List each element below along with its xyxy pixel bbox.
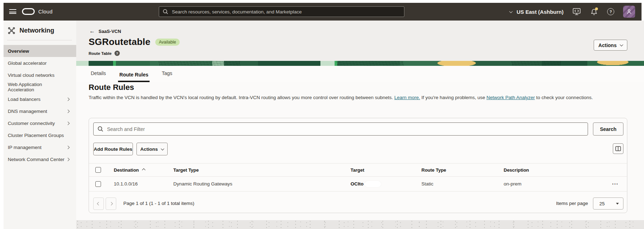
columns-icon bbox=[615, 146, 621, 151]
chevron-right-icon bbox=[66, 121, 70, 125]
table-header-row: Destination Target Type Target Route Typ… bbox=[89, 163, 627, 177]
networking-icon bbox=[8, 27, 15, 34]
bottom-blurred-region bbox=[76, 220, 644, 229]
tab-details[interactable]: Details bbox=[89, 70, 107, 82]
region-selector[interactable]: US East (Ashburn) bbox=[510, 9, 564, 15]
sidebar-item-label: Network Command Center bbox=[8, 157, 65, 162]
column-label: Route Type bbox=[421, 167, 446, 173]
chevron-right-icon bbox=[66, 145, 70, 149]
sidebar-item-virtual-cloud-networks[interactable]: Virtual cloud networks bbox=[4, 69, 76, 81]
route-rules-card: Search Add Route Rules Actions Destinati… bbox=[89, 118, 627, 213]
chevron-right-icon bbox=[66, 97, 70, 101]
cell-target: OCIto bbox=[351, 177, 381, 191]
global-search-input[interactable] bbox=[159, 6, 404, 17]
learn-more-link[interactable]: Learn more. bbox=[394, 95, 420, 100]
tab-tags[interactable]: Tags bbox=[160, 70, 174, 82]
oracle-logo-icon[interactable] bbox=[22, 8, 35, 15]
help-icon[interactable]: ? bbox=[607, 8, 614, 15]
sidebar-item-label: Global accelerator bbox=[8, 61, 47, 66]
sidebar-item-customer-connectivity[interactable]: Customer connectivity bbox=[4, 117, 76, 129]
column-header-target: Target bbox=[351, 164, 364, 176]
search-icon bbox=[163, 9, 168, 16]
page-actions-label: Actions bbox=[598, 42, 616, 48]
tab-label: Route Rules bbox=[119, 72, 149, 78]
sidebar-item-load-balancers[interactable]: Load balancers bbox=[4, 93, 76, 105]
caret-down-icon bbox=[616, 203, 619, 205]
sidebar-item-web-application-acceleration[interactable]: Web Application Acceleration bbox=[4, 81, 76, 93]
sidebar-item-network-command-center[interactable]: Network Command Center bbox=[4, 153, 76, 165]
sidebar-item-label: Customer connectivity bbox=[8, 121, 55, 126]
breadcrumb[interactable]: ← SaaS-VCN bbox=[89, 28, 121, 34]
avatar[interactable] bbox=[623, 6, 635, 18]
column-header-route-type: Route Type bbox=[421, 164, 446, 176]
column-label: Description bbox=[504, 167, 529, 173]
chevron-down-icon bbox=[509, 10, 513, 13]
resource-type-label: Route Table bbox=[89, 51, 112, 56]
target-link[interactable]: OCIto bbox=[351, 181, 364, 187]
sidebar-item-ip-management[interactable]: IP management bbox=[4, 141, 76, 153]
tab-label: Details bbox=[91, 70, 106, 76]
next-page-button[interactable] bbox=[106, 197, 116, 210]
sidebar-item-overview[interactable]: Overview bbox=[4, 45, 76, 57]
search-icon bbox=[97, 126, 103, 133]
row-checkbox[interactable] bbox=[95, 181, 101, 187]
column-label: Target Type bbox=[173, 167, 199, 173]
items-per-page-label: Items per page bbox=[517, 201, 588, 206]
row-actions-menu[interactable]: ··· bbox=[605, 177, 626, 191]
person-icon bbox=[626, 8, 632, 15]
sort-ascending-icon bbox=[142, 168, 145, 172]
previous-page-button[interactable] bbox=[93, 197, 104, 210]
top-bar: Cloud US East (Ashburn) ? bbox=[4, 3, 642, 21]
column-header-destination[interactable]: Destination bbox=[114, 164, 145, 176]
sidebar-item-label: Overview bbox=[8, 48, 29, 54]
tab-label: Tags bbox=[162, 70, 172, 76]
title-row: SGRoutetable Available bbox=[89, 36, 180, 47]
description-text: Traffic within the VCN is handled by the… bbox=[89, 95, 394, 100]
tab-bar: Details Route Rules Tags bbox=[76, 66, 644, 82]
notifications-bell-icon[interactable] bbox=[590, 7, 598, 16]
resource-help-icon[interactable]: ? bbox=[114, 51, 120, 56]
global-search bbox=[159, 6, 404, 17]
cloud-shell-icon[interactable] bbox=[572, 7, 581, 16]
column-header-target-type: Target Type bbox=[173, 164, 199, 176]
pagination-summary: Page 1 of 1 (1 - 1 of 1 total items) bbox=[123, 201, 194, 206]
breadcrumb-link[interactable]: SaaS-VCN bbox=[99, 29, 121, 34]
cell-description: on-prem bbox=[504, 177, 521, 191]
page-actions-button[interactable]: Actions bbox=[594, 40, 627, 51]
items-per-page-select[interactable]: 25 bbox=[593, 197, 623, 210]
description-text: If you're having problems, use bbox=[420, 95, 486, 100]
oci-console: Cloud US East (Ashburn) ? bbox=[0, 0, 644, 229]
add-button-label: Add Route Rules bbox=[94, 147, 133, 152]
sidebar-item-dns-management[interactable]: DNS management bbox=[4, 105, 76, 117]
sidebar-divider bbox=[7, 40, 72, 40]
sidebar-item-cluster-placement-groups[interactable]: Cluster Placement Groups bbox=[4, 129, 76, 141]
help-glyph: ? bbox=[610, 10, 612, 14]
search-button[interactable]: Search bbox=[593, 122, 623, 136]
select-all-checkbox[interactable] bbox=[95, 167, 101, 173]
chevron-right-icon bbox=[109, 202, 113, 206]
table-actions-label: Actions bbox=[140, 147, 158, 152]
page-title: SGRoutetable bbox=[89, 36, 150, 47]
menu-icon[interactable] bbox=[9, 9, 16, 14]
manage-columns-button[interactable] bbox=[613, 143, 623, 154]
ellipsis-icon: ··· bbox=[612, 181, 618, 187]
tab-content: Route Rules Traffic within the VCN is ha… bbox=[76, 82, 644, 220]
chevron-right-icon bbox=[66, 158, 70, 161]
decorative-banner bbox=[76, 61, 644, 66]
add-route-rules-button[interactable]: Add Route Rules bbox=[93, 143, 133, 155]
sidebar-item-global-accelerator[interactable]: Global accelerator bbox=[4, 57, 76, 69]
network-path-analyzer-link[interactable]: Network Path Analyzer bbox=[487, 95, 535, 100]
chevron-left-icon bbox=[97, 202, 100, 206]
column-label: Target bbox=[351, 167, 364, 173]
region-label: US East (Ashburn) bbox=[516, 9, 564, 15]
sidebar: Networking Overview Global accelerator V… bbox=[4, 21, 76, 229]
chevron-right-icon bbox=[66, 109, 70, 113]
cell-target-type: Dynamic Routing Gateways bbox=[173, 177, 233, 191]
redacted-text bbox=[365, 181, 381, 187]
table-actions-button[interactable]: Actions bbox=[136, 143, 168, 155]
filter-input[interactable] bbox=[93, 122, 588, 136]
column-header-description: Description bbox=[504, 164, 529, 176]
cell-route-type: Static bbox=[421, 177, 433, 191]
back-arrow-icon[interactable]: ← bbox=[89, 28, 95, 34]
tab-route-rules[interactable]: Route Rules bbox=[118, 72, 150, 82]
